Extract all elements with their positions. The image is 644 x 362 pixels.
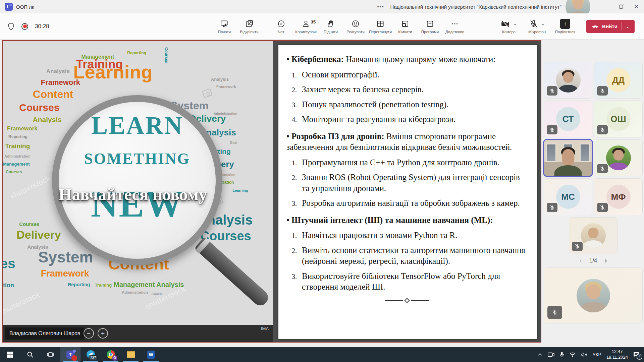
slide-divider (286, 299, 527, 302)
mic-button[interactable]: ⌄ Мікрофон (525, 17, 549, 36)
taskbar-start-button[interactable] (0, 347, 20, 362)
participant-tile[interactable] (544, 268, 642, 323)
magnifier-handle (194, 237, 271, 309)
participant-tile[interactable]: СТ (544, 101, 592, 137)
divider-line (411, 300, 429, 301)
leave-button[interactable]: Вийти ⌄ (586, 20, 635, 33)
participant-tile[interactable]: ОШ (594, 101, 642, 137)
slide-heading-text: Штучний інтелект (ШІ) та машинне навчанн… (291, 216, 493, 225)
slide-item-text: Пошук вразливостей (penetration testing)… (302, 99, 449, 110)
apps-button[interactable]: Програми (418, 17, 442, 36)
room-window (580, 143, 590, 162)
wordcloud-word: tion (3, 282, 14, 288)
popout-button[interactable]: Відкріпити (237, 17, 262, 36)
meeting-timer: 30:28 (35, 23, 49, 30)
slide-list-item: 1.Навчіться працювати з мовами Python та… (292, 230, 527, 241)
participant-photo-avatar (577, 279, 610, 312)
zoom-in-button[interactable]: + (98, 328, 108, 339)
share-button[interactable]: ↑ Поділитися (553, 17, 578, 36)
minimize-button[interactable] (598, 0, 613, 13)
slide-section: Штучний інтелект (ШІ) та машинне навчанн… (286, 215, 527, 293)
tray-wifi-icon[interactable] (569, 352, 576, 357)
slide-item-text: Використовуйте бібліотеки TensorFlow або… (302, 271, 527, 293)
pagination-prev-icon[interactable]: ‹ (579, 257, 582, 264)
tray-action-center-icon[interactable]: 4 (633, 352, 639, 357)
window-title: ООП лк (16, 4, 34, 10)
wordcloud-word: Reporting (8, 135, 28, 139)
tray-mic-icon[interactable] (559, 352, 564, 358)
more-button[interactable]: Додатково (442, 17, 467, 36)
gallery-button[interactable]: Переглянути (368, 17, 393, 36)
slide-item-text: Вивчіть основи статистики та алгоритми м… (302, 245, 527, 267)
present-button[interactable]: Почати (212, 17, 237, 36)
participant-tile[interactable]: ДД (594, 62, 642, 98)
camera-chevron-icon[interactable]: ⌄ (513, 21, 518, 26)
taskbar-search-button[interactable] (20, 347, 40, 362)
chat-button[interactable]: Чат (269, 17, 293, 36)
slide-heading-lead: Навчання цьому напряму може включати: (344, 55, 495, 64)
rooms-button[interactable]: Кімнати (393, 17, 418, 36)
magnifier-glass: LEARN SOMETHING NEW (52, 95, 222, 265)
glass-word: SOMETHING (84, 150, 190, 168)
zoom-out-button[interactable]: − (84, 328, 94, 339)
smile-button[interactable]: Реагувати (343, 17, 368, 36)
teams-alert-dot (71, 355, 77, 361)
muted-mic-icon (597, 125, 608, 134)
camera-button[interactable]: ⌄ Камера (496, 17, 521, 36)
rooms-icon (401, 19, 410, 28)
wordcloud-word: Courses (19, 222, 39, 227)
titlebar-overflow-icon[interactable]: ••• (377, 4, 384, 9)
wordcloud-word: Reporting (68, 282, 90, 287)
wordcloud-word: Courses (164, 47, 168, 63)
avatar-body (558, 85, 578, 93)
people-button[interactable]: 35Користувачі (293, 17, 318, 36)
leave-chevron-icon[interactable]: ⌄ (619, 24, 636, 29)
participant-tile[interactable] (569, 218, 617, 254)
participant-initials-avatar: ДД (606, 68, 631, 92)
participant-initials-avatar: МФ (606, 185, 631, 209)
present-label: Почати (218, 30, 231, 34)
close-button[interactable]: ✕ (629, 0, 644, 13)
muted-mic-icon (597, 203, 608, 212)
participant-tile[interactable] (594, 140, 642, 176)
participant-tile[interactable]: МФ (594, 179, 642, 215)
restore-button[interactable] (613, 0, 629, 13)
slide-list-item: 2.Вивчіть основи статистики та алгоритми… (292, 245, 527, 267)
wordcloud-word: Framework (7, 126, 38, 131)
taskbar-explorer-button[interactable] (121, 347, 141, 362)
tray-camera-icon[interactable] (548, 352, 554, 357)
tray-volume-icon[interactable] (581, 352, 588, 357)
taskbar-teams-button[interactable]: T (60, 347, 80, 362)
live-video-frame (544, 140, 592, 176)
participant-tile[interactable] (544, 62, 592, 98)
tray-language-indicator[interactable]: УКР (593, 352, 601, 357)
wordcloud-word: Goal (230, 141, 237, 144)
watermark-camera-icon (202, 88, 213, 98)
mic-chevron-icon[interactable]: ⌄ (541, 21, 545, 26)
taskbar-chrome-button[interactable]: O (101, 347, 121, 362)
participant-video-tile[interactable] (544, 140, 592, 176)
wordcloud-word: es (3, 257, 15, 270)
participant-tile[interactable]: МС (544, 179, 592, 215)
participant-photo-avatar (556, 68, 581, 93)
tray-clock[interactable]: 12:47 18.11.2024 (606, 349, 628, 360)
muted-mic-icon (597, 86, 608, 96)
hand-button[interactable]: Підняти (318, 17, 343, 36)
chat-icon (277, 19, 285, 28)
more-label: Додатково (445, 30, 464, 34)
taskbar-word-button[interactable]: W (141, 347, 161, 362)
shield-icon (7, 22, 15, 31)
tray-show-hidden-icon[interactable] (537, 352, 543, 357)
slide-list-item: 3.Пошук вразливостей (penetration testin… (292, 99, 527, 110)
taskbar-telegram-button[interactable]: 237 (80, 347, 101, 362)
participant-initials-avatar: ОШ (606, 107, 631, 131)
wordcloud-word: Analysis (33, 116, 62, 123)
slide-item-number: 1. (292, 157, 302, 168)
wordcloud-word: Framework (41, 79, 80, 86)
more-icon (450, 19, 459, 28)
slide-list-item: 2.Знання ROS (Robot Operating System) дл… (292, 172, 527, 194)
notification-count-badge: 4 (637, 354, 642, 360)
taskbar-task-view-button[interactable] (40, 347, 60, 362)
meeting-controlbar: 30:28 ПочатиВідкріпитиЧат35КористувачіПі… (0, 13, 644, 40)
pagination-next-icon[interactable]: › (604, 257, 607, 264)
